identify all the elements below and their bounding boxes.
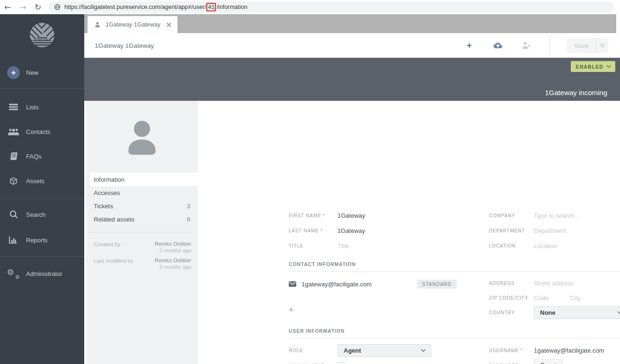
search-icon — [7, 210, 20, 219]
first-name-field[interactable] — [337, 212, 481, 219]
sidebar-item-label: Assets — [26, 178, 44, 185]
save-button[interactable]: Save — [567, 38, 596, 53]
information-form: FIRST NAME * LAST NAME * TITLE COMPANY — [282, 202, 620, 364]
save-dropdown-button[interactable] — [596, 38, 608, 53]
sidebar-divider — [0, 89, 84, 89]
sidebar-item-label: Search — [26, 211, 45, 218]
tab-strip: 1Gateway 1Gateway ✕ — [84, 14, 616, 33]
user-panel: Information Accesses Tickets 3 Related a… — [86, 101, 198, 364]
sidebar-item-assets[interactable]: Assets — [0, 172, 84, 189]
location-field[interactable] — [534, 242, 620, 249]
status-label: ENABLED — [576, 64, 603, 70]
chevron-down-icon — [421, 349, 426, 352]
url-text[interactable]: https://faciligatetest.pureservice.com/a… — [64, 3, 248, 11]
reload-icon[interactable]: ↻ — [30, 2, 45, 12]
country-row: COUNTRY None — [489, 305, 620, 320]
contacts-icon — [7, 128, 20, 135]
sidebar-item-new[interactable]: + New — [0, 64, 84, 81]
tab-user[interactable]: 1Gateway 1Gateway ✕ — [88, 16, 177, 33]
sidebar-item-contacts[interactable]: Contacts — [0, 123, 84, 140]
back-icon[interactable]: ← — [0, 2, 15, 12]
sidebar-item-lists[interactable]: Lists — [0, 98, 84, 115]
related-assets-count: 0 — [187, 216, 190, 223]
chevron-double-down-icon — [600, 43, 605, 48]
lists-icon — [7, 104, 20, 110]
record-toolbar: 1Gateway 1Gateway + Save — [84, 33, 620, 58]
user-information-header: USER INFORMATION — [289, 328, 620, 338]
channel-name: 1Gateway incoming — [545, 89, 607, 97]
panel-menu-related-assets[interactable]: Related assets 0 — [90, 213, 198, 226]
modified-by-row: Last modified by Remko Dobber3 months ag… — [94, 257, 191, 270]
company-row: COMPANY + — [489, 208, 620, 223]
unavailable-row: UNAVAILABLE — [289, 358, 481, 364]
url-bar[interactable]: https://faciligatetest.pureservice.com/a… — [48, 1, 614, 13]
record-title: 1Gateway 1Gateway — [95, 42, 464, 49]
browser-chrome: ← → ↻ https://faciligatetest.pureservice… — [0, 0, 620, 14]
status-badge[interactable]: ENABLED — [571, 61, 615, 72]
sidebar-item-label: Administrator — [26, 270, 62, 277]
sidebar-divider — [0, 198, 84, 199]
address-row: ADDRESS /* placeholder set below via dat… — [489, 276, 620, 291]
department-field[interactable] — [534, 227, 620, 234]
tickets-count: 3 — [187, 203, 190, 210]
sidebar-item-faqs[interactable]: FAQs — [0, 148, 84, 165]
add-icon[interactable]: + — [464, 40, 475, 51]
close-tab-icon[interactable]: ✕ — [166, 21, 172, 28]
gears-icon: ⚙⚙ — [7, 269, 20, 278]
user-header: ENABLED 1Gateway incoming — [84, 58, 620, 101]
password-row: PASSWORD Reset — [489, 358, 620, 364]
panel-divider — [91, 232, 191, 232]
sidebar-item-reports[interactable]: Reports — [0, 231, 84, 249]
forward-icon[interactable]: → — [15, 2, 30, 12]
panel-menu-accesses[interactable]: Accesses — [90, 186, 198, 199]
app-window: ← → ↻ https://faciligatetest.pureservice… — [0, 0, 620, 364]
modified-by-name: Remko Dobber — [155, 257, 191, 263]
reset-password-button[interactable]: Reset — [534, 359, 563, 364]
department-row: DEPARTMENT — [489, 223, 620, 238]
remove-user-icon[interactable] — [521, 42, 531, 49]
modified-by-ago: 3 months ago — [155, 264, 191, 270]
tab-title: 1Gateway 1Gateway — [106, 21, 166, 28]
company-search-field[interactable] — [534, 212, 620, 219]
created-by-ago: 3 months ago — [155, 248, 191, 253]
unavailable-checkbox[interactable] — [337, 362, 345, 364]
audit-info: Created by Remko Dobber3 months ago Last… — [94, 241, 191, 274]
email-row: 1gateway@faciligate.com STANDARD — [289, 278, 481, 290]
sidebar-item-label: FAQs — [26, 153, 42, 160]
sidebar-divider — [0, 257, 84, 257]
avatar — [123, 119, 161, 159]
zip-code-field[interactable] — [534, 294, 564, 302]
sidebar-item-label: New — [26, 69, 38, 76]
email-icon — [289, 281, 296, 287]
last-name-field[interactable] — [337, 227, 481, 234]
sidebar-item-label: Reports — [26, 237, 48, 244]
panel-menu-tickets[interactable]: Tickets 3 — [90, 199, 198, 213]
role-row: ROLE Agent — [289, 343, 481, 358]
sidebar: + New Lists Contacts FAQs Assets — [0, 14, 84, 364]
country-dropdown[interactable]: None — [534, 306, 620, 319]
sidebar-item-label: Lists — [26, 104, 39, 111]
username-value[interactable]: 1gateway@faciligate.com — [534, 347, 604, 354]
username-row: USERNAME * 1gateway@faciligate.com — [489, 343, 620, 358]
chevron-down-icon — [617, 311, 620, 314]
panel-menu-information[interactable]: Information — [90, 173, 198, 186]
street-address-field[interactable] — [534, 280, 620, 287]
role-dropdown[interactable]: Agent — [337, 344, 431, 357]
sidebar-item-search[interactable]: Search — [0, 206, 84, 223]
reports-icon — [7, 236, 20, 244]
globe-icon — [54, 4, 61, 10]
cloud-upload-icon[interactable] — [493, 41, 503, 50]
first-name-row: FIRST NAME * — [289, 208, 481, 223]
title-field[interactable] — [337, 242, 481, 249]
add-contact-method-icon[interactable]: + — [289, 305, 294, 314]
plus-circle-icon: + — [7, 66, 20, 79]
user-tab-icon — [94, 21, 101, 28]
chevron-down-icon — [606, 65, 611, 68]
save-split-button: Save — [567, 38, 608, 53]
created-by-row: Created by Remko Dobber3 months ago — [94, 241, 191, 253]
city-field[interactable] — [570, 294, 620, 302]
zip-city-row: ZIP CODE/CITY — [489, 291, 620, 305]
faqs-icon — [7, 152, 20, 160]
email-value[interactable]: 1gateway@faciligate.com — [301, 281, 372, 288]
sidebar-item-administrator[interactable]: ⚙⚙ Administrator — [0, 265, 84, 282]
